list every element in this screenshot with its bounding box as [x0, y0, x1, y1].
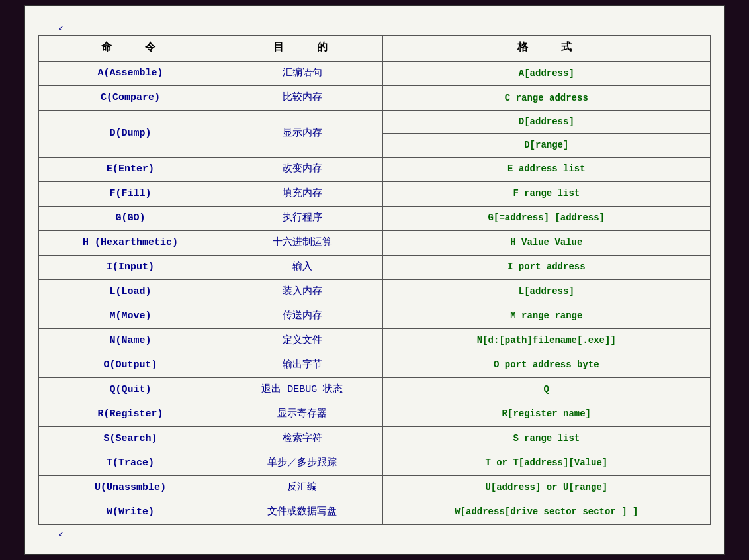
table-row: Q(Quit) 退出 DEBUG 状态 Q: [39, 377, 711, 402]
purpose-cell: 反汇编: [222, 475, 383, 500]
bottom-mark: ↙: [58, 528, 711, 538]
table-row: F(Fill) 填充内存 F range list: [39, 181, 711, 206]
purpose-cell: 十六进制运算: [222, 230, 383, 255]
table-row: R(Register) 显示寄存器 R[register name]: [39, 402, 711, 426]
purpose-cell: 单步／多步跟踪: [222, 451, 383, 475]
cmd-cell: C(Compare): [39, 85, 222, 110]
format-cell: I port address: [382, 255, 710, 279]
table-row: L(Load) 装入内存 L[address]: [39, 279, 711, 304]
table-row: S(Search) 检索字符 S range list: [39, 426, 711, 451]
format-cell: M range range: [382, 304, 710, 328]
format-cell: G[=address] [address]: [382, 206, 710, 230]
cmd-cell: D(Dump): [39, 110, 222, 157]
cmd-cell: F(Fill): [39, 181, 222, 206]
purpose-cell: 装入内存: [222, 279, 383, 304]
commands-table: 命 令 目 的 格 式 A(Assemble) 汇编语句 A[address] …: [38, 35, 711, 524]
cmd-cell: U(Unassmble): [39, 475, 222, 500]
table-row: H (Hexarthmetic) 十六进制运算 H Value Value: [39, 230, 711, 255]
purpose-cell: 退出 DEBUG 状态: [222, 377, 383, 402]
format-cell: Q: [382, 377, 710, 402]
purpose-cell: 显示寄存器: [222, 402, 383, 426]
purpose-cell: 传送内存: [222, 304, 383, 328]
purpose-cell: 输入: [222, 255, 383, 279]
table-row: O(Output) 输出字节 O port address byte: [39, 353, 711, 377]
col-header-purpose: 目 的: [222, 36, 383, 62]
format-cell: L[address]: [382, 279, 710, 304]
purpose-cell: 填充内存: [222, 181, 383, 206]
format-cell: U[address] or U[range]: [382, 475, 710, 500]
purpose-cell: 显示内存: [222, 110, 383, 157]
purpose-cell: 执行程序: [222, 206, 383, 230]
cmd-cell: W(Write): [39, 500, 222, 524]
purpose-cell: 输出字节: [222, 353, 383, 377]
table-row: M(Move) 传送内存 M range range: [39, 304, 711, 328]
top-mark: ↙: [58, 22, 711, 32]
page-container: ↙ 命 令 目 的 格 式 A(Assemble) 汇编语句 A[address…: [24, 5, 725, 555]
format-cell: H Value Value: [382, 230, 710, 255]
format-cell: T or T[address][Value]: [382, 451, 710, 475]
format-cell: F range list: [382, 181, 710, 206]
table-row: W(Write) 文件或数据写盘 W[address[drive sector …: [39, 500, 711, 524]
cmd-cell: N(Name): [39, 328, 222, 353]
purpose-cell: 汇编语句: [222, 61, 383, 85]
format-cell: R[register name]: [382, 402, 710, 426]
format-cell: S range list: [382, 426, 710, 451]
format-cell: N[d:[path]filename[.exe]]: [382, 328, 710, 353]
table-header: 命 令 目 的 格 式: [39, 36, 711, 62]
cmd-cell: M(Move): [39, 304, 222, 328]
cmd-cell: T(Trace): [39, 451, 222, 475]
format-cell: D[range]: [382, 134, 710, 157]
col-header-format: 格 式: [382, 36, 710, 62]
table-row: D(Dump) 显示内存 D[address]: [39, 110, 711, 133]
format-cell: C range address: [382, 85, 710, 110]
purpose-cell: 文件或数据写盘: [222, 500, 383, 524]
cmd-cell: S(Search): [39, 426, 222, 451]
cmd-cell: H (Hexarthmetic): [39, 230, 222, 255]
format-cell: A[address]: [382, 61, 710, 85]
col-header-cmd: 命 令: [39, 36, 222, 62]
purpose-cell: 比较内存: [222, 85, 383, 110]
table-row: G(GO) 执行程序 G[=address] [address]: [39, 206, 711, 230]
cmd-cell: E(Enter): [39, 157, 222, 181]
table-row: C(Compare) 比较内存 C range address: [39, 85, 711, 110]
cmd-cell: A(Assemble): [39, 61, 222, 85]
format-cell: W[address[drive sector sector ] ]: [382, 500, 710, 524]
table-row: E(Enter) 改变内存 E address list: [39, 157, 711, 181]
cmd-cell: O(Output): [39, 353, 222, 377]
format-cell: O port address byte: [382, 353, 710, 377]
cmd-cell: G(GO): [39, 206, 222, 230]
cmd-cell: R(Register): [39, 402, 222, 426]
table-row: T(Trace) 单步／多步跟踪 T or T[address][Value]: [39, 451, 711, 475]
purpose-cell: 定义文件: [222, 328, 383, 353]
format-cell: D[address]: [382, 110, 710, 133]
table-row: I(Input) 输入 I port address: [39, 255, 711, 279]
table-row: U(Unassmble) 反汇编 U[address] or U[range]: [39, 475, 711, 500]
purpose-cell: 检索字符: [222, 426, 383, 451]
table-row: N(Name) 定义文件 N[d:[path]filename[.exe]]: [39, 328, 711, 353]
format-cell: E address list: [382, 157, 710, 181]
cmd-cell: L(Load): [39, 279, 222, 304]
purpose-cell: 改变内存: [222, 157, 383, 181]
cmd-cell: Q(Quit): [39, 377, 222, 402]
cmd-cell: I(Input): [39, 255, 222, 279]
table-row: A(Assemble) 汇编语句 A[address]: [39, 61, 711, 85]
